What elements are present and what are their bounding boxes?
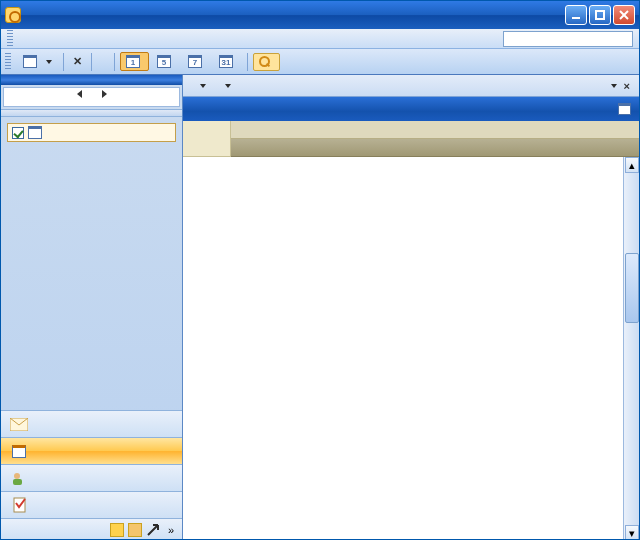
nav-contacts[interactable]	[1, 464, 182, 491]
wunderbar: »	[1, 410, 182, 540]
menu-file[interactable]	[19, 37, 31, 41]
week-view-button[interactable]: 7	[182, 52, 211, 71]
calendar-header	[183, 97, 639, 121]
nav-pane-title	[1, 75, 182, 85]
nav-calendar[interactable]	[1, 437, 182, 464]
find-bar: ×	[183, 75, 639, 97]
menu-tools[interactable]	[75, 37, 87, 41]
tasks-icon	[9, 497, 29, 513]
month-icon: 31	[219, 55, 233, 68]
outlook-window: ✕ 1 5 7 31	[0, 0, 640, 540]
scroll-thumb[interactable]	[625, 253, 639, 323]
wunderbar-mini-row: »	[1, 518, 182, 540]
app-icon	[5, 7, 21, 23]
mail-icon	[9, 416, 29, 432]
svg-rect-1	[596, 11, 604, 19]
calendar-list-item[interactable]	[7, 123, 176, 142]
time-grid[interactable]: ▴ ▾	[183, 157, 639, 540]
shortcuts-mini-icon[interactable]	[146, 523, 160, 537]
scroll-down-button[interactable]: ▾	[625, 525, 639, 540]
day-column-header[interactable]	[231, 121, 639, 139]
calendar-icon	[28, 126, 42, 139]
calendar-checkbox[interactable]	[12, 127, 24, 139]
vertical-scrollbar[interactable]: ▴ ▾	[623, 157, 639, 540]
toolbar: ✕ 1 5 7 31	[1, 49, 639, 75]
view-dropdown[interactable]	[200, 84, 206, 88]
svg-point-5	[14, 473, 20, 479]
nav-tasks[interactable]	[1, 491, 182, 518]
configure-buttons-icon[interactable]: »	[164, 523, 178, 537]
svg-rect-6	[13, 479, 22, 485]
prev-month-button[interactable]	[77, 90, 82, 98]
ask-question-input[interactable]	[503, 31, 633, 47]
next-month-button[interactable]	[102, 90, 107, 98]
navigation-pane: »	[1, 75, 183, 540]
toolbar-grip[interactable]	[5, 53, 11, 71]
new-button[interactable]	[17, 52, 58, 71]
nav-mail[interactable]	[1, 410, 182, 437]
menu-view[interactable]	[47, 37, 59, 41]
titlebar	[1, 1, 639, 29]
allday-gutter	[183, 121, 231, 157]
goto-date-icon[interactable]	[618, 103, 631, 115]
week-icon: 7	[188, 55, 202, 68]
close-button[interactable]	[613, 5, 635, 25]
calendar-view: × ▴ ▾	[183, 75, 639, 540]
menu-actions[interactable]	[89, 37, 101, 41]
month-view-button[interactable]: 31	[213, 52, 242, 71]
workweek-icon: 5	[157, 55, 171, 68]
menu-edit[interactable]	[33, 37, 45, 41]
open-shared-calendar-link[interactable]	[1, 148, 182, 164]
notes-mini-icon[interactable]	[110, 523, 124, 537]
menu-bar	[1, 29, 639, 49]
minimize-button[interactable]	[565, 5, 587, 25]
calendar-nav-icon	[9, 443, 29, 459]
menu-go[interactable]	[61, 37, 73, 41]
allday-row[interactable]	[231, 139, 639, 157]
close-findbar-button[interactable]: ×	[621, 80, 633, 92]
day-icon: 1	[126, 55, 140, 68]
my-calendars-header[interactable]	[1, 109, 182, 117]
folder-mini-icon[interactable]	[128, 523, 142, 537]
date-navigator[interactable]	[3, 87, 180, 107]
maximize-button[interactable]	[589, 5, 611, 25]
day-view-button[interactable]: 1	[120, 52, 149, 71]
find-icon	[259, 56, 271, 68]
menu-help[interactable]	[103, 37, 115, 41]
menubar-grip[interactable]	[7, 30, 13, 48]
delete-button[interactable]: ✕	[69, 54, 86, 69]
workweek-view-button[interactable]: 5	[151, 52, 180, 71]
contacts-icon	[9, 470, 29, 486]
find-button[interactable]	[253, 53, 280, 71]
today-button[interactable]	[97, 59, 109, 65]
scroll-up-button[interactable]: ▴	[625, 157, 639, 173]
new-icon	[23, 55, 37, 68]
